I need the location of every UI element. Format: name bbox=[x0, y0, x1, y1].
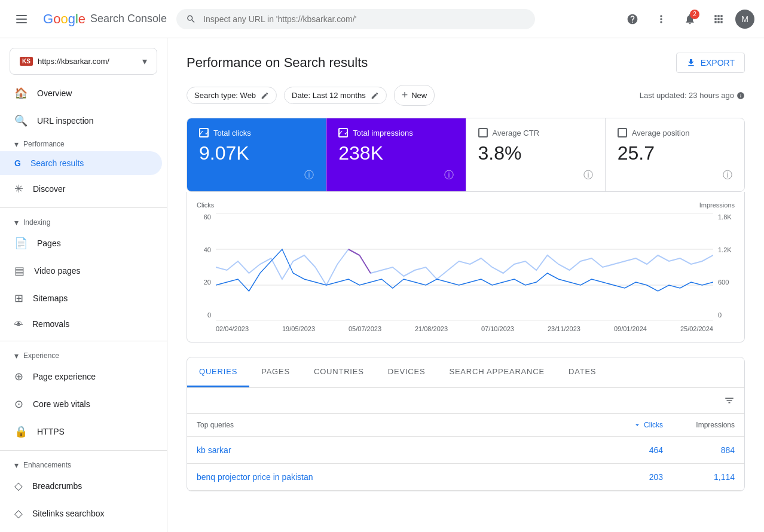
x-date-2: 05/07/2023 bbox=[349, 325, 381, 332]
tab-search-appearance[interactable]: SEARCH APPEARANCE bbox=[437, 357, 557, 387]
last-updated-text: Last updated: 23 hours ago bbox=[640, 91, 734, 100]
sidebar-item-discover[interactable]: ✳ Discover bbox=[0, 175, 162, 203]
metric-avg-ctr[interactable]: Average CTR 3.8% ⓘ bbox=[466, 118, 606, 191]
x-date-1: 19/05/2023 bbox=[282, 325, 315, 332]
row-query-0[interactable]: kb sarkar bbox=[197, 445, 603, 455]
col-header-impressions: Impressions bbox=[663, 421, 735, 429]
sidebar-item-sitelinks-searchbox[interactable]: ◇ Sitelinks searchbox bbox=[0, 500, 162, 527]
metric-total-clicks[interactable]: ✓ Total clicks 9.07K ⓘ bbox=[187, 118, 326, 191]
sidebar-https-label: HTTPS bbox=[37, 427, 65, 436]
search-input[interactable] bbox=[203, 14, 525, 24]
search-type-label: Search type: Web bbox=[194, 91, 256, 100]
row-clicks-0: 464 bbox=[603, 445, 663, 455]
sidebar-section-indexing[interactable]: ▾ Indexing bbox=[0, 213, 167, 230]
search-type-filter[interactable]: Search type: Web bbox=[187, 87, 277, 104]
help-button[interactable] bbox=[621, 7, 644, 31]
sort-down-icon bbox=[633, 421, 641, 429]
chart-right-label: Impressions bbox=[699, 201, 735, 209]
google-wordmark: Google bbox=[43, 11, 85, 27]
metric-avg-position[interactable]: Average position 25.7 ⓘ bbox=[606, 118, 744, 191]
export-button[interactable]: EXPORT bbox=[676, 53, 745, 73]
notifications-button[interactable]: 2 bbox=[678, 7, 702, 31]
sidebar-section-enhancements[interactable]: ▾ Enhancements bbox=[0, 455, 167, 472]
row-impressions-0: 884 bbox=[663, 445, 735, 455]
tab-countries[interactable]: COUNTRIES bbox=[302, 357, 376, 387]
sidebar-item-url-inspection[interactable]: 🔍 URL inspection bbox=[0, 107, 162, 134]
impressions-value: 238K bbox=[338, 142, 453, 164]
settings-button[interactable] bbox=[649, 7, 673, 31]
search-bar[interactable] bbox=[176, 9, 535, 29]
chart-svg bbox=[216, 213, 713, 321]
sitemaps-icon: ⊞ bbox=[14, 292, 23, 305]
hamburger-menu[interactable] bbox=[10, 7, 33, 31]
last-updated: Last updated: 23 hours ago bbox=[640, 91, 745, 100]
x-date-7: 25/02/2024 bbox=[680, 325, 713, 332]
sidebar-item-core-web-vitals[interactable]: ⊙ Core web vitals bbox=[0, 390, 162, 418]
y-right-2: 600 bbox=[718, 279, 735, 286]
sidebar-section-experience[interactable]: ▾ Experience bbox=[0, 346, 167, 363]
sidebar-item-page-experience[interactable]: ⊕ Page experience bbox=[0, 363, 162, 390]
impressions-info-icon[interactable]: ⓘ bbox=[444, 169, 454, 182]
table-row: kb sarkar 464 884 bbox=[187, 437, 744, 464]
sidebar-search-results-label: Search results bbox=[30, 158, 84, 168]
sidebar-page-exp-label: Page experience bbox=[33, 372, 96, 381]
pages-icon: 📄 bbox=[14, 237, 27, 250]
position-info-icon[interactable]: ⓘ bbox=[723, 169, 732, 182]
sidebar-section-performance[interactable]: ▾ Performance bbox=[0, 134, 167, 151]
apps-button[interactable] bbox=[707, 7, 731, 31]
sidebar-item-sitemaps[interactable]: ⊞ Sitemaps bbox=[0, 285, 162, 312]
sidebar-enhancements-label: Enhancements bbox=[23, 461, 71, 469]
sidebar-item-breadcrumbs[interactable]: ◇ Breadcrumbs bbox=[0, 472, 162, 500]
sidebar-item-pages[interactable]: 📄 Pages bbox=[0, 230, 162, 257]
filter-bar: Search type: Web Date: Last 12 months + … bbox=[187, 85, 745, 106]
sidebar-item-overview[interactable]: 🏠 Overview bbox=[0, 80, 162, 107]
position-checkbox[interactable] bbox=[618, 128, 627, 137]
ctr-checkbox[interactable] bbox=[478, 128, 488, 137]
svg-rect-1 bbox=[16, 19, 27, 20]
main-layout: KS https://kbsarkar.com/ ▾ 🏠 Overview 🔍 … bbox=[0, 38, 764, 532]
table-filter-bar bbox=[187, 388, 744, 414]
sidebar-cwv-label: Core web vitals bbox=[33, 399, 90, 409]
date-filter[interactable]: Date: Last 12 months bbox=[284, 87, 387, 104]
metrics-row: ✓ Total clicks 9.07K ⓘ ✓ Total impressio… bbox=[187, 118, 745, 192]
position-label: Average position bbox=[632, 129, 690, 137]
main-content: Performance on Search results EXPORT Sea… bbox=[167, 38, 764, 532]
page-exp-icon: ⊕ bbox=[14, 370, 23, 383]
sidebar-item-search-results[interactable]: G Search results bbox=[0, 151, 162, 175]
tab-dates[interactable]: DATES bbox=[557, 357, 608, 387]
export-label: EXPORT bbox=[701, 58, 735, 68]
notification-badge: 2 bbox=[690, 10, 699, 19]
bottom-section: QUERIES PAGES COUNTRIES DEVICES SEARCH A… bbox=[187, 357, 745, 491]
property-selector[interactable]: KS https://kbsarkar.com/ ▾ bbox=[10, 48, 157, 75]
settings-icon bbox=[655, 13, 667, 25]
clicks-info-icon[interactable]: ⓘ bbox=[304, 169, 314, 182]
tab-queries[interactable]: QUERIES bbox=[187, 357, 249, 387]
ctr-value: 3.8% bbox=[478, 142, 593, 164]
metric-total-impressions[interactable]: ✓ Total impressions 238K ⓘ bbox=[326, 118, 466, 191]
date-filter-label: Date: Last 12 months bbox=[292, 91, 366, 100]
svg-rect-0 bbox=[16, 15, 27, 16]
clicks-checkbox[interactable]: ✓ bbox=[199, 128, 209, 137]
filter-icon[interactable] bbox=[724, 395, 735, 406]
ctr-info-icon[interactable]: ⓘ bbox=[583, 169, 593, 182]
sidebar-item-https[interactable]: 🔒 HTTPS bbox=[0, 418, 162, 445]
y-right-0: 1.8K bbox=[718, 213, 735, 221]
sidebar-experience-label: Experience bbox=[23, 351, 59, 360]
sidebar-removals-label: Removals bbox=[32, 319, 69, 329]
x-date-5: 23/11/2023 bbox=[548, 325, 580, 332]
impressions-checkbox[interactable]: ✓ bbox=[338, 128, 348, 137]
tab-devices[interactable]: DEVICES bbox=[376, 357, 438, 387]
divider-2 bbox=[0, 341, 167, 341]
video-icon: ▤ bbox=[14, 264, 25, 277]
new-filter-button[interactable]: + New bbox=[394, 85, 435, 106]
sidebar-item-removals[interactable]: 👁 Removals bbox=[0, 312, 162, 336]
tab-pages[interactable]: PAGES bbox=[249, 357, 302, 387]
tabs: QUERIES PAGES COUNTRIES DEVICES SEARCH A… bbox=[187, 357, 744, 387]
sidebar-item-video-pages[interactable]: ▤ Video pages bbox=[0, 257, 162, 285]
col-header-clicks[interactable]: Clicks bbox=[603, 421, 663, 429]
sidebar-overview-label: Overview bbox=[37, 88, 72, 98]
divider-3 bbox=[0, 450, 167, 451]
avatar[interactable]: M bbox=[735, 10, 754, 29]
url-inspect-icon: 🔍 bbox=[14, 114, 27, 127]
row-query-1[interactable]: benq projector price in pakistan bbox=[197, 472, 603, 482]
